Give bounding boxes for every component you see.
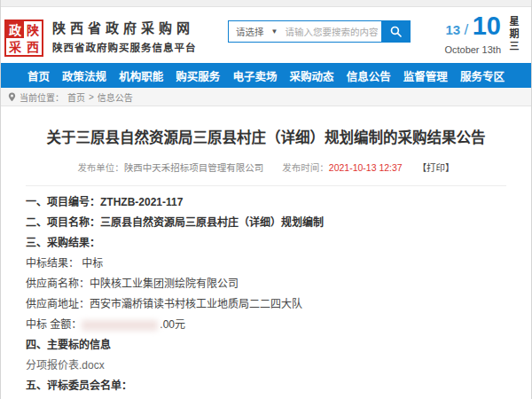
subject-info-heading: 四、主要标的信息 [26, 338, 506, 352]
project-number-label: 一、项目编号： [26, 196, 100, 208]
publish-time-label: 发布时间： [282, 162, 329, 173]
nav-item-announcements[interactable]: 信息公告 [347, 67, 391, 84]
attachment-link[interactable]: 分项报价表.docx [26, 358, 506, 372]
search-button[interactable] [381, 20, 411, 43]
logo-char: 采 [6, 38, 24, 55]
nav-item-home[interactable]: 首页 [27, 67, 50, 84]
redacted-amount [82, 320, 158, 331]
breadcrumb-home-link[interactable]: 首页 [67, 90, 85, 104]
breadcrumb-separator: > [89, 92, 94, 102]
breadcrumb-prefix: 当前位置： [20, 90, 64, 104]
logo-char: 陕 [24, 21, 42, 38]
supplier-address-value: 西安市灞桥镇读书村核工业地质局二二四大队 [90, 298, 302, 310]
search-select-label: 请选择 [236, 25, 264, 38]
search-input[interactable] [285, 21, 382, 42]
page: 政 陕 采 西 陕西省政府采购网 陕西省政府购买服务信息平台 请选择 ▼ [0, 0, 532, 399]
page-title: 关于三原县自然资源局三原县村庄（详细）规划编制的采购结果公告 [26, 126, 506, 147]
publisher-label: 发布单位： [77, 162, 124, 173]
site-header: 政 陕 采 西 陕西省政府采购网 陕西省政府购买服务信息平台 请选择 ▼ [1, 7, 531, 63]
top-strip [1, 0, 531, 7]
project-name-label: 二、项目名称： [26, 216, 100, 229]
result-section-heading: 三、采购结果： [26, 236, 506, 250]
project-number-line: 一、项目编号：ZTHZB-2021-117 [26, 195, 506, 209]
nav-item-service-zone[interactable]: 服务专区 [460, 67, 505, 84]
date-day: 13 [445, 22, 460, 37]
nav-item-procurement-news[interactable]: 采购动态 [290, 67, 334, 84]
nav-item-functions[interactable]: 机构职能 [119, 67, 163, 84]
supplier-address-label: 供应商地址： [26, 298, 90, 310]
bid-result-value: 中标 [82, 257, 103, 270]
supplier-name-line: 供应商名称：中陕核工业集团测绘院有限公司 [26, 277, 506, 291]
search-box: 请选择 ▼ [228, 20, 411, 43]
date-english: October 13th [444, 44, 501, 55]
chevron-down-icon: ▼ [271, 27, 278, 35]
nav-item-supervision[interactable]: 监督管理 [403, 67, 448, 84]
search-icon [390, 26, 402, 37]
breadcrumb-current[interactable]: 信息公告 [98, 90, 133, 104]
article-body: 一、项目编号：ZTHZB-2021-117 二、项目名称：三原县自然资源局三原县… [26, 195, 506, 393]
project-name-value: 三原县自然资源局三原县村庄（详细）规划编制 [100, 216, 324, 229]
nav-item-purchase-service[interactable]: 购买服务 [176, 67, 220, 84]
logo-char: 政 [6, 21, 24, 38]
site-title: 陕西省政府采购网 [52, 18, 197, 36]
supplier-address-line: 供应商地址：西安市灞桥镇读书村核工业地质局二二四大队 [26, 297, 506, 311]
committee-heading: 五、评标委员会名单： [26, 379, 506, 393]
site-subtitle: 陕西省政府购买服务信息平台 [52, 40, 197, 54]
project-number-value: ZTHZB-2021-117 [100, 196, 183, 208]
site-titles: 陕西省政府采购网 陕西省政府购买服务信息平台 [52, 18, 197, 54]
weekday-label: 星期三 [506, 16, 520, 53]
print-button[interactable]: 【打印】 [418, 162, 455, 173]
divider [26, 185, 506, 186]
date-display: 13 / 10 October 13th [444, 12, 501, 55]
publisher-value: 陕西中天禾招标项目管理有限公司 [124, 162, 264, 173]
location-pin-icon [8, 92, 16, 102]
date-month: 10 [473, 12, 501, 40]
supplier-name-label: 供应商名称： [26, 278, 90, 290]
nav-item-e-market[interactable]: 电子卖场 [232, 67, 277, 84]
article-content: 关于三原县自然资源局三原县村庄（详细）规划编制的采购结果公告 发布单位：陕西中天… [1, 126, 531, 399]
main-nav: 首页 政策法规 机构职能 购买服务 电子卖场 采购动态 信息公告 监督管理 服务… [1, 63, 531, 88]
bid-amount-suffix: .00元 [160, 318, 185, 331]
bid-amount-line: 中标 金额：.00元 [26, 317, 506, 332]
date-slash: / [465, 21, 469, 38]
logo-char: 西 [24, 38, 42, 55]
site-logo[interactable]: 政 陕 采 西 [4, 20, 43, 57]
article-meta: 发布单位：陕西中天禾招标项目管理有限公司 发布时间：2021-10-13 12:… [26, 160, 506, 174]
bid-result-line: 中标结果： 中标 [26, 256, 506, 270]
date-numeric: 13 / 10 [444, 12, 501, 43]
nav-item-policy[interactable]: 政策法规 [62, 67, 106, 84]
project-name-line: 二、项目名称：三原县自然资源局三原县村庄（详细）规划编制 [26, 215, 506, 230]
breadcrumb: 当前位置： 首页 > 信息公告 [1, 88, 531, 106]
bid-amount-label: 中标 金额： [26, 318, 82, 331]
supplier-name-value: 中陕核工业集团测绘院有限公司 [90, 278, 239, 290]
publish-time-value: 2021-10-13 12:37 [329, 162, 403, 173]
search-category-select[interactable]: 请选择 ▼ [229, 21, 285, 42]
bid-result-label: 中标结果： [26, 257, 79, 270]
